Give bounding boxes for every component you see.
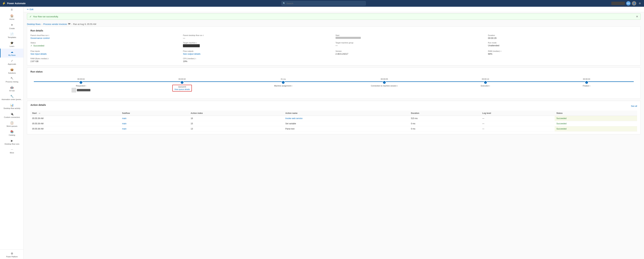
detail-value-cpu-median: 19% <box>183 60 332 62</box>
success-banner: ✓ Your flow ran successfully. ✕ <box>27 13 641 20</box>
status-succeeded-2: Succeeded <box>556 122 566 125</box>
sidebar-label-learn: Learn <box>10 45 14 47</box>
execution-name: Execution ℹ <box>481 85 490 87</box>
detail-value-flow-outputs[interactable]: See output details <box>183 53 332 55</box>
sidebar-label-ai-hub: AI hub <box>9 90 15 92</box>
sidebar-label-create: Create <box>9 27 15 29</box>
cell-action-index-1: 16 <box>189 116 284 121</box>
sidebar-item-home[interactable]: 🏠 Home <box>0 13 24 21</box>
detail-run-mode: Run mode Unattended <box>488 42 637 48</box>
see-all-link[interactable]: See all <box>631 105 637 107</box>
detail-start: Start <box>336 34 485 39</box>
action-table-body: 05:55:39 AM main 16 Invoke web service 5… <box>30 116 637 132</box>
cell-log-level-3: — <box>480 126 555 132</box>
ai-hub-icon: 🤖 <box>10 86 14 89</box>
sidebar-item-process-mining[interactable]: ⛏ Process mining <box>0 75 24 84</box>
search-wrap: 🔍 <box>282 1 366 5</box>
layout: ☰ 🏠 Home + Create 📄 Templates 🎓 Learn ☁ … <box>0 7 644 259</box>
success-icon: ✓ <box>30 15 32 18</box>
subflow-link-2[interactable]: main <box>122 122 126 125</box>
cell-action-index-3: 13 <box>189 126 284 132</box>
detail-value-flow-inputs[interactable]: See input details <box>30 53 180 55</box>
timeline-step-execution: 00:00:14 ✓ Execution ℹ <box>435 78 536 87</box>
timeline-steps: 00:00:04 ✓ Requested ℹ 00:00:02 <box>30 78 637 92</box>
sidebar-item-catalog[interactable]: 📚 Catalog <box>0 128 24 137</box>
sidebar-item-desktop-flow-activity[interactable]: 📊 Desktop flow activity <box>0 102 24 111</box>
create-icon: + <box>11 23 13 27</box>
sidebar-item-automation-center[interactable]: 🔧 Automation center (previe... <box>0 93 24 102</box>
sidebar-item-desktop-flow-runs[interactable]: ▶ Desktop flow runs <box>0 137 24 146</box>
sidebar-item-ai-hub[interactable]: 🤖 AI hub <box>0 84 24 93</box>
sidebar-label-solutions: Solutions <box>8 72 16 74</box>
edit-button[interactable]: ✏ Edit <box>27 8 33 10</box>
view-queue-details-link[interactable]: View queue details <box>174 88 190 90</box>
subflow-link-1[interactable]: main <box>122 117 126 120</box>
detail-label-ram-median: RAM (median) ℹ <box>488 50 637 52</box>
col-header-action-index: Action index <box>189 111 284 116</box>
sidebar-item-create[interactable]: + Create <box>0 21 24 31</box>
cell-status-2: Succeeded <box>555 121 637 126</box>
sidebar-item-learn[interactable]: 🎓 Learn <box>0 40 24 49</box>
sidebar-item-approvals[interactable]: ✓ Approvals <box>0 57 24 66</box>
queued-dot: ✓ <box>180 81 184 84</box>
col-header-duration: Duration <box>409 111 480 116</box>
action-details-section: Action details See all Start ↓ ∨ Subflow <box>27 101 641 134</box>
breadcrumb-desktop-flows[interactable]: Desktop flows <box>27 23 40 25</box>
sidebar-item-templates[interactable]: 📄 Templates <box>0 31 24 40</box>
col-header-status: Status <box>555 111 637 116</box>
sidebar-label-desktop-flow-runs: Desktop flow runs <box>4 143 19 145</box>
avatar[interactable]: MA <box>626 1 630 5</box>
detail-label-version: Version <box>336 50 485 52</box>
solutions-icon: 📦 <box>10 68 14 71</box>
sidebar-label-process-mining: Process mining <box>6 81 18 83</box>
detail-value-target-machine-group: — <box>336 44 485 47</box>
sidebar-label-custom-connectors: Custom connectors <box>4 116 20 118</box>
sort-icon-start[interactable]: ↓ ∨ <box>38 112 40 114</box>
cell-start-3: 05:55:38 AM <box>30 126 120 132</box>
queued-label: Queued ℹ <box>174 86 190 88</box>
avatar-2[interactable]: 👤 <box>632 1 636 5</box>
sidebar-item-work-queues[interactable]: 📋 Work queues <box>0 120 24 128</box>
detail-parent-desktop-flow-run: Parent desktop flow run ℹ — <box>183 34 332 39</box>
queued-box: Queued ℹ View queue details <box>172 85 192 91</box>
run-details-section: Run details Parent cloud flow run ℹ Gove… <box>27 26 641 65</box>
app-logo-icon: ⚡ <box>2 1 6 5</box>
cell-duration-2: 0 ms <box>409 121 480 126</box>
detail-value-parent-desktop: — <box>183 37 332 39</box>
sidebar-label-my-flows: My flows <box>8 54 16 56</box>
sidebar-item-solutions[interactable]: 📦 Solutions <box>0 66 24 75</box>
timeline-step-requested: 00:00:04 ✓ Requested ℹ <box>30 78 132 92</box>
cell-duration-3: 0 ms <box>409 126 480 132</box>
success-message: Your flow ran successfully. <box>33 15 58 18</box>
requested-name: Requested ℹ <box>76 85 86 87</box>
info-icon-parent-cloud: ℹ <box>48 34 49 36</box>
action-name-link-1[interactable]: Invoke web service <box>286 117 302 120</box>
hamburger-menu[interactable]: ☰ <box>0 7 24 13</box>
banner-close-button[interactable]: ✕ <box>636 15 638 18</box>
detail-value-governance-control[interactable]: Governance control <box>30 37 180 39</box>
search-input[interactable] <box>282 1 366 5</box>
detail-label-run-mode: Run mode <box>488 42 637 44</box>
topbar-action-button[interactable] <box>611 2 625 5</box>
requested-redacted <box>77 89 90 91</box>
sidebar-item-power-platform[interactable]: ⚙ Power Platform <box>0 250 24 259</box>
timeline-step-machine-assignment: 31 ms ✓ Machine assignment ℹ <box>233 78 334 87</box>
table-row: 05:55:39 AM main 16 Invoke web service 5… <box>30 116 637 121</box>
breadcrumb-flow-name[interactable]: Process vendor invoices <box>43 23 67 25</box>
edit-label: Edit <box>30 8 33 10</box>
action-table-header: Start ↓ ∨ Subflow Action index Action na… <box>30 111 637 116</box>
main-content: ✏ Edit ✓ Your flow ran successfully. ✕ D… <box>24 7 644 259</box>
settings-icon[interactable]: ⚙ <box>638 1 642 5</box>
detail-version: Version 2.48.6.24217 <box>336 50 485 55</box>
detail-label-parent-desktop: Parent desktop flow run ℹ <box>183 34 332 36</box>
subflow-link-3[interactable]: main <box>122 128 126 130</box>
sidebar-item-more[interactable]: ··· More <box>0 146 24 155</box>
sidebar-item-my-flows[interactable]: ☁ My flows <box>0 49 24 57</box>
detail-value-ram-bytes: 2.87 GB <box>30 60 180 62</box>
connection-info-icon: ℹ <box>397 85 398 87</box>
sidebar-item-custom-connectors[interactable]: 🔌 Custom connectors <box>0 111 24 120</box>
cell-action-name-2: Set variable <box>284 121 409 126</box>
topbar-right: MA 👤 ⚙ <box>611 1 642 5</box>
info-icon-cpu-median: ℹ <box>195 58 196 59</box>
my-flows-icon: ☁ <box>10 50 13 53</box>
